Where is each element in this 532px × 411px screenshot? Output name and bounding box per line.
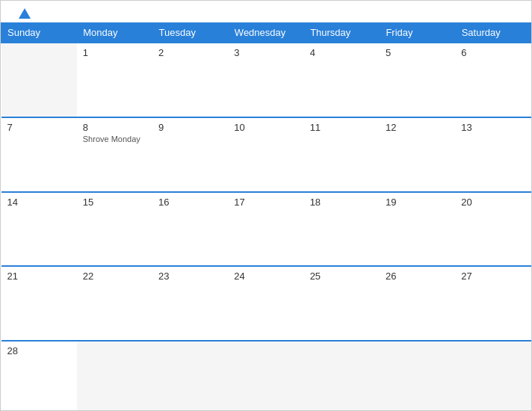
day-number: 10	[234, 122, 297, 133]
calendar-cell: 11	[304, 117, 380, 192]
day-header-tuesday: Tuesday	[152, 23, 228, 43]
logo	[16, 8, 31, 19]
calendar-cell: 18	[304, 192, 380, 267]
calendar-cell: 21	[1, 266, 77, 341]
week-row-1: 123456	[1, 43, 531, 117]
calendar-cell	[455, 341, 531, 410]
day-number: 9	[158, 122, 222, 133]
calendar-cell: 23	[152, 266, 228, 341]
calendar-cell: 6	[455, 43, 531, 117]
calendar-cell: 22	[77, 266, 152, 341]
day-number: 5	[386, 47, 449, 58]
calendar-cell: 5	[380, 43, 455, 117]
day-number: 12	[386, 122, 449, 133]
day-number: 20	[461, 197, 525, 208]
calendar-cell: 27	[455, 266, 531, 341]
week-row-3: 14151617181920	[1, 192, 531, 267]
day-header-saturday: Saturday	[455, 23, 531, 43]
calendar-cell: 3	[228, 43, 303, 117]
day-number: 25	[310, 271, 374, 282]
calendar-cell: 8Shrove Monday	[77, 117, 152, 192]
calendar-container: SundayMondayTuesdayWednesdayThursdayFrid…	[0, 0, 532, 411]
calendar-cell: 24	[228, 266, 303, 341]
calendar-table: SundayMondayTuesdayWednesdayThursdayFrid…	[1, 22, 531, 410]
calendar-cell: 2	[152, 43, 228, 117]
calendar-cell	[1, 43, 77, 117]
calendar-cell: 16	[152, 192, 228, 267]
calendar-cell: 19	[380, 192, 455, 267]
event-label: Shrove Monday	[83, 135, 146, 143]
day-number: 27	[461, 271, 525, 282]
days-header-row: SundayMondayTuesdayWednesdayThursdayFrid…	[1, 23, 531, 43]
day-number: 22	[83, 271, 146, 282]
day-number: 21	[7, 271, 71, 282]
calendar-cell: 13	[455, 117, 531, 192]
day-number: 19	[386, 197, 449, 208]
day-header-friday: Friday	[380, 23, 455, 43]
calendar-header	[1, 1, 531, 22]
calendar-cell: 20	[455, 192, 531, 267]
week-row-2: 78Shrove Monday910111213	[1, 117, 531, 192]
day-number: 1	[83, 47, 146, 58]
calendar-cell: 4	[304, 43, 380, 117]
day-number: 18	[310, 197, 374, 208]
day-number: 14	[7, 197, 71, 208]
day-header-thursday: Thursday	[304, 23, 380, 43]
calendar-cell: 26	[380, 266, 455, 341]
calendar-cell: 12	[380, 117, 455, 192]
day-number: 17	[234, 197, 297, 208]
calendar-cell: 1	[77, 43, 152, 117]
day-number: 2	[158, 47, 222, 58]
day-number: 24	[234, 271, 297, 282]
day-number: 11	[310, 122, 374, 133]
day-number: 3	[234, 47, 297, 58]
day-number: 16	[158, 197, 222, 208]
day-header-sunday: Sunday	[1, 23, 77, 43]
calendar-cell: 9	[152, 117, 228, 192]
calendar-cell	[228, 341, 303, 410]
day-number: 28	[7, 345, 71, 356]
day-number: 8	[83, 122, 146, 133]
calendar-cell: 28	[1, 341, 77, 410]
week-row-5: 28	[1, 341, 531, 410]
calendar-cell: 25	[304, 266, 380, 341]
logo-triangle-icon	[19, 8, 31, 19]
calendar-cell	[380, 341, 455, 410]
calendar-cell: 14	[1, 192, 77, 267]
calendar-cell: 10	[228, 117, 303, 192]
calendar-cell	[77, 341, 152, 410]
calendar-cell	[304, 341, 380, 410]
day-number: 6	[461, 47, 525, 58]
day-number: 23	[158, 271, 222, 282]
calendar-cell: 7	[1, 117, 77, 192]
day-header-monday: Monday	[77, 23, 152, 43]
day-number: 7	[7, 122, 71, 133]
day-header-wednesday: Wednesday	[228, 23, 303, 43]
week-row-4: 21222324252627	[1, 266, 531, 341]
day-number: 13	[461, 122, 525, 133]
calendar-cell	[152, 341, 228, 410]
day-number: 15	[83, 197, 146, 208]
day-number: 26	[386, 271, 449, 282]
calendar-cell: 15	[77, 192, 152, 267]
day-number: 4	[310, 47, 374, 58]
calendar-cell: 17	[228, 192, 303, 267]
